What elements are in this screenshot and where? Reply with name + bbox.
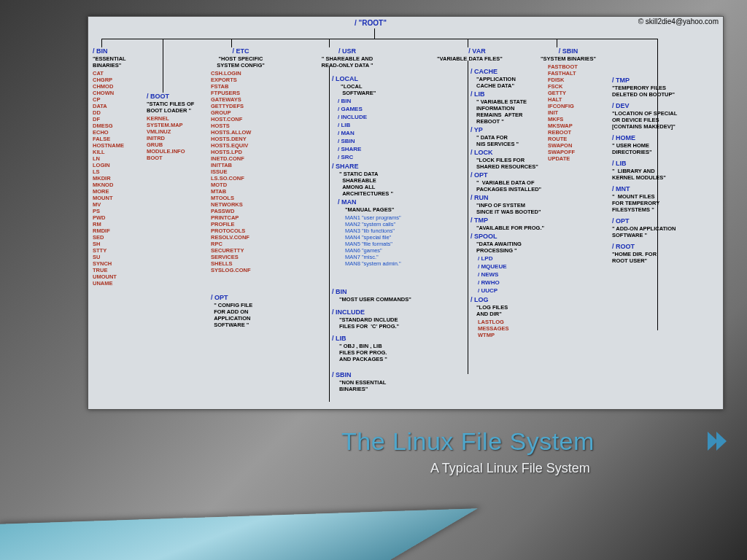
v-usr-long xyxy=(329,66,330,402)
v-var xyxy=(468,39,468,47)
usr-man-title: / MAN xyxy=(338,198,419,206)
sysbin-desc: "SYSTEM BINARIES" xyxy=(535,55,602,62)
usr-sbin-desc: "NON ESSENTIAL BINARIES" xyxy=(339,379,419,392)
usr-man-desc: "MANUAL PAGES" xyxy=(345,206,419,213)
etc-list: CSH.LOGINEXPORTSFSTABFTPUSERSGATEWAYSGET… xyxy=(211,70,271,273)
etc-title: / ETC xyxy=(211,47,271,55)
slide-title: The Linux File System xyxy=(341,427,595,456)
v-bin xyxy=(101,39,102,47)
col-sysbin: / SBIN "SYSTEM BINARIES" FASTBOOTFASTHAL… xyxy=(535,47,602,162)
var-title: / VAR xyxy=(437,47,517,55)
usr-lib-desc: " OBJ , BIN , LIB FILES FOR PROG. AND PA… xyxy=(339,343,419,362)
root-label: / "ROOT" xyxy=(355,20,387,27)
col-usr-share: / SHARE " STATIC DATA SHAREABLE AMONG AL… xyxy=(332,163,419,267)
right-col: / TMP"TEMPERORY FILES DELETED ON BOOTUP"… xyxy=(612,77,720,268)
col-opt-cfg: / OPT " CONFIG FILE FOR ADD ON APPLICATI… xyxy=(211,294,271,330)
usr-lib-title: / LIB xyxy=(332,335,419,342)
v-etc xyxy=(231,39,232,47)
col-usr: / USR " SHAREABLE AND READ-ONLY DATA " xyxy=(307,47,387,70)
var-desc: "VARIABLE DATA FILES" xyxy=(437,55,517,62)
col-usr-local: / LOCAL "LOCAL SOFTWARE" / BIN/ GAMES/ I… xyxy=(332,75,412,161)
v-var-long xyxy=(468,61,468,374)
usr-sbin-title: / SBIN xyxy=(332,371,419,378)
vline-root xyxy=(374,28,375,39)
usr-local-subs: / BIN/ GAMES/ INCLUDE/ LIB/ MAN/ SBIN/ S… xyxy=(338,98,412,161)
hline-top xyxy=(101,39,657,39)
diagram-panel: © skill2die4@yahoo.com / "ROOT" / BIN "E… xyxy=(88,16,724,410)
col-usr-include: / INCLUDE "STANDARD INCLUDE FILES FOR 'C… xyxy=(332,308,419,331)
usr-share-desc: " STATIC DATA SHAREABLE AMONG ALL ARCHIT… xyxy=(339,171,419,197)
boot-list: KERNELSYSTEM.MAPVMLINUZINITRDGRUBMODULE.… xyxy=(147,115,204,161)
usr-title: / USR xyxy=(307,47,387,55)
v-usr xyxy=(329,39,330,47)
usr-share-title: / SHARE xyxy=(332,163,419,170)
usr-bin-title: / BIN xyxy=(332,288,419,295)
col-usr-bin: / BIN "MOST USER COMMANDS" xyxy=(332,288,419,304)
chevron-icon xyxy=(709,432,727,451)
usr-include-desc: "STANDARD INCLUDE FILES FOR 'C' PROG." xyxy=(339,316,419,330)
bin-title: / BIN xyxy=(93,47,138,55)
opt-desc: " CONFIG FILE FOR ADD ON APPLICATION SOF… xyxy=(211,302,271,328)
col-boot: / BOOT "STATIC FILES OF BOOT LOADER " KE… xyxy=(147,93,204,161)
col-var: / VAR "VARIABLE DATA FILES" xyxy=(437,47,517,63)
decoration-swoosh xyxy=(0,508,478,560)
col-bin: / BIN "ESSENTIAL BINARIES" CATCHGRPCHMOD… xyxy=(93,47,138,287)
usr-local-title: / LOCAL xyxy=(332,75,412,82)
bin-desc: "ESSENTIAL BINARIES" xyxy=(93,55,138,69)
col-usr-lib: / LIB " OBJ , BIN , LIB FILES FOR PROG. … xyxy=(332,335,419,364)
usr-desc: " SHAREABLE AND READ-ONLY DATA " xyxy=(307,55,387,69)
col-etc: / ETC "HOST SPECIFIC SYSTEM CONFIG" CSH.… xyxy=(211,47,271,273)
slide-subtitle: A Typical Linux File System xyxy=(430,461,590,476)
v-sbin xyxy=(557,39,557,47)
usr-bin-desc: "MOST USER COMMANDS" xyxy=(339,296,419,303)
opt-title: / OPT xyxy=(211,294,271,301)
v-boot xyxy=(163,39,163,93)
credit-text: © skill2die4@yahoo.com xyxy=(638,18,719,26)
sysbin-list: FASTBOOTFASTHALTFDISKFSCKGETTYHALTIFCONF… xyxy=(548,63,602,162)
etc-desc: "HOST SPECIFIC SYSTEM CONFIG" xyxy=(211,55,271,69)
sysbin-title: / SBIN xyxy=(535,47,602,55)
boot-desc: "STATIC FILES OF BOOT LOADER " xyxy=(147,101,204,114)
usr-include-title: / INCLUDE xyxy=(332,308,419,316)
bin-list: CATCHGRPCHMODCHOWNCPDATADDDFDMESGECHOFAL… xyxy=(93,70,138,287)
usr-local-desc: "LOCAL SOFTWARE" xyxy=(339,83,412,96)
col-usr-sbin: / SBIN "NON ESSENTIAL BINARIES" xyxy=(332,371,419,394)
boot-title: / BOOT xyxy=(147,93,204,100)
man-list: MAN1 "user programs"MAN2 "system calls"M… xyxy=(345,214,419,267)
